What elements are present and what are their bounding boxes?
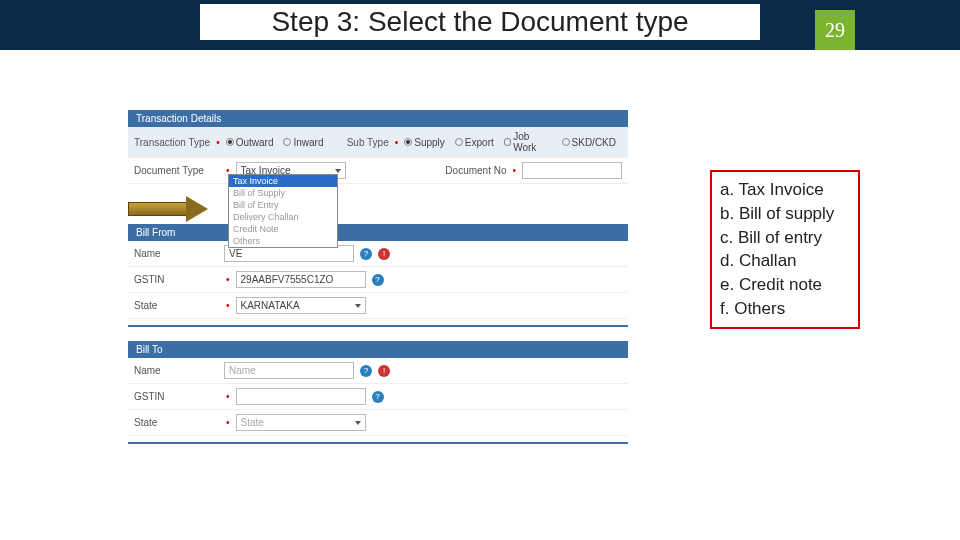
gstin-label: GSTIN	[134, 391, 220, 402]
help-icon[interactable]: ?	[360, 365, 372, 377]
chevron-down-icon	[335, 169, 341, 173]
state-from-select[interactable]: KARNATAKA	[236, 297, 366, 314]
divider	[128, 442, 628, 444]
legend-item: c. Bill of entry	[720, 226, 850, 250]
required-marker: •	[226, 391, 230, 402]
name-label: Name	[134, 365, 220, 376]
dropdown-option[interactable]: Tax Invoice	[229, 175, 337, 187]
section-bill-to: Bill To	[128, 341, 628, 358]
state-label: State	[134, 300, 220, 311]
document-type-dropdown[interactable]: Tax Invoice Bill of Supply Bill of Entry…	[228, 174, 338, 248]
legend-item: f. Others	[720, 297, 850, 321]
page-title: Step 3: Select the Document type	[200, 4, 760, 40]
transaction-type-label: Transaction Type	[134, 137, 210, 148]
legend-item: b. Bill of supply	[720, 202, 850, 226]
divider	[128, 325, 628, 327]
sub-type-label: Sub Type	[347, 137, 389, 148]
radio-outward[interactable]: Outward	[226, 137, 274, 148]
document-no-input[interactable]	[522, 162, 622, 179]
error-icon[interactable]: !	[378, 365, 390, 377]
error-icon[interactable]: !	[378, 248, 390, 260]
gstin-label: GSTIN	[134, 274, 220, 285]
required-marker: •	[512, 165, 516, 176]
arrow-callout	[128, 198, 218, 220]
required-marker: •	[226, 417, 230, 428]
arrow-right-icon	[186, 196, 208, 222]
document-no-label: Document No	[445, 165, 506, 176]
legend-item: a. Tax Invoice	[720, 178, 850, 202]
chevron-down-icon	[355, 421, 361, 425]
dropdown-option[interactable]: Others	[229, 235, 337, 247]
dropdown-option[interactable]: Credit Note	[229, 223, 337, 235]
radio-supply[interactable]: Supply	[404, 137, 445, 148]
document-type-label: Document Type	[134, 165, 220, 176]
legend-item: e. Credit note	[720, 273, 850, 297]
dropdown-option[interactable]: Bill of Entry	[229, 199, 337, 211]
help-icon[interactable]: ?	[372, 391, 384, 403]
section-bill-from: Bill From	[128, 224, 628, 241]
dropdown-option[interactable]: Delivery Challan	[229, 211, 337, 223]
help-icon[interactable]: ?	[360, 248, 372, 260]
name-label: Name	[134, 248, 220, 259]
radio-skd[interactable]: SKD/CKD	[562, 137, 616, 148]
slide-number: 29	[815, 10, 855, 50]
form-screenshot: Transaction Details Transaction Type • O…	[128, 110, 628, 444]
required-marker: •	[226, 300, 230, 311]
gstin-from-input[interactable]: 29AABFV7555C1ZO	[236, 271, 366, 288]
legend-box: a. Tax Invoice b. Bill of supply c. Bill…	[710, 170, 860, 329]
state-label: State	[134, 417, 220, 428]
required-marker: •	[226, 274, 230, 285]
section-transaction-details: Transaction Details	[128, 110, 628, 127]
help-icon[interactable]: ?	[372, 274, 384, 286]
radio-inward[interactable]: Inward	[283, 137, 323, 148]
dropdown-option[interactable]: Bill of Supply	[229, 187, 337, 199]
required-marker: •	[395, 137, 399, 148]
gstin-to-input[interactable]	[236, 388, 366, 405]
radio-jobwork[interactable]: Job Work	[504, 131, 552, 153]
chevron-down-icon	[355, 304, 361, 308]
required-marker: •	[216, 137, 220, 148]
radio-export[interactable]: Export	[455, 137, 494, 148]
state-to-select[interactable]: State	[236, 414, 366, 431]
legend-item: d. Challan	[720, 249, 850, 273]
name-to-input[interactable]: Name	[224, 362, 354, 379]
